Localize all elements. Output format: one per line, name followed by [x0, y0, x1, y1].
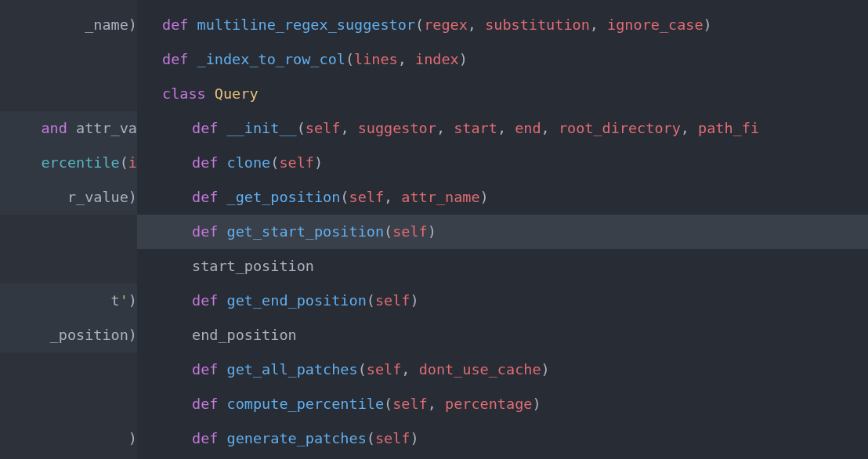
identifier: end_position	[192, 327, 297, 343]
left-paren: )	[128, 292, 137, 309]
param: self	[392, 223, 428, 240]
param: substitution	[485, 16, 590, 33]
paren-open: (	[270, 154, 279, 171]
keyword-def: def	[192, 292, 218, 309]
paren-close: )	[410, 292, 418, 309]
param: suggestor	[358, 120, 436, 136]
paren-open: (	[367, 430, 375, 446]
keyword-def: def	[192, 396, 218, 412]
left-row: ercentile(i	[0, 146, 137, 180]
outline-item[interactable]: def generate_patches(self)	[137, 421, 868, 456]
editor-left-pane: _name) and attr_va ercentile(i r_value) …	[0, 0, 137, 459]
code-outline-pane[interactable]: def multiline_regex_suggestor(regex, sub…	[137, 0, 868, 459]
paren-close: )	[703, 16, 712, 33]
paren-open: (	[358, 361, 367, 378]
function-name: clone	[227, 154, 271, 171]
function-name: _get_position	[227, 189, 341, 205]
param: end	[515, 120, 541, 136]
comma: ,	[401, 361, 418, 378]
paren-open: (	[345, 51, 354, 67]
outline-item[interactable]: def __init__(self, suggestor, start, end…	[137, 111, 868, 146]
paren-close: )	[480, 189, 489, 205]
function-name: multiline_regex_suggestor	[197, 16, 415, 33]
left-text: attr_va	[67, 120, 137, 136]
left-row-empty	[0, 215, 137, 249]
paren-open: (	[384, 396, 392, 412]
param: self	[279, 154, 314, 171]
left-row-empty	[0, 42, 137, 77]
param: dont_use_cache	[419, 361, 541, 378]
left-row-empty	[0, 77, 137, 111]
left-fn: ercentile	[41, 154, 119, 171]
keyword-def: def	[192, 223, 218, 240]
outline-item[interactable]: start_position	[137, 249, 868, 284]
paren-open: (	[415, 16, 424, 33]
function-name: _index_to_row_col	[197, 51, 345, 67]
param: lines	[354, 51, 398, 67]
keyword-def: def	[192, 120, 218, 136]
outline-item[interactable]: class Query	[137, 77, 868, 111]
left-kw: and	[41, 120, 67, 136]
left-row: _position)	[0, 318, 137, 352]
param: path_fi	[698, 120, 759, 136]
paren-open: (	[384, 223, 392, 240]
left-paren: )	[128, 327, 137, 343]
comma: ,	[590, 16, 607, 33]
left-text: _position	[50, 327, 128, 343]
keyword-def: def	[192, 430, 218, 446]
left-row: t')	[0, 284, 137, 318]
param: self	[375, 292, 410, 309]
paren-close: )	[428, 223, 436, 240]
param: index	[415, 51, 459, 67]
left-row-empty	[0, 352, 137, 387]
keyword-def: def	[192, 361, 218, 378]
outline-item[interactable]: def get_start_position(self)	[137, 215, 868, 249]
outline-item[interactable]: end_position	[137, 318, 868, 352]
left-text: t	[111, 292, 120, 309]
function-name: compute_percentile	[227, 396, 384, 412]
class-name: Query	[215, 85, 259, 102]
param: self	[349, 189, 385, 205]
left-row: _name)	[0, 8, 137, 42]
paren-open: (	[340, 189, 349, 205]
outline-item[interactable]: def multiline_regex_suggestor(regex, sub…	[137, 8, 868, 42]
left-row: and attr_va	[0, 111, 137, 146]
function-name: generate_patches	[227, 430, 367, 446]
outline-item[interactable]: def get_all_patches(self, dont_use_cache…	[137, 352, 868, 387]
comma: ,	[681, 120, 698, 136]
outline-item[interactable]: def compute_percentile(self, percentage)	[137, 387, 868, 421]
outline-item[interactable]: def _index_to_row_col(lines, index)	[137, 42, 868, 77]
left-paren: )	[128, 16, 137, 33]
param: attr_name	[401, 189, 479, 205]
keyword-def: def	[162, 51, 188, 67]
keyword-def: def	[162, 16, 188, 33]
left-arg: i	[128, 154, 137, 171]
comma: ,	[541, 120, 559, 136]
param: ignore_case	[607, 16, 703, 33]
paren-close: )	[459, 51, 468, 67]
comma: ,	[497, 120, 515, 136]
outline-item[interactable]: def get_end_position(self)	[137, 284, 868, 318]
param: regex	[424, 16, 468, 33]
comma: ,	[436, 120, 454, 136]
param: root_directory	[559, 120, 681, 136]
outline-item[interactable]: def _get_position(self, attr_name)	[137, 180, 868, 215]
left-paren: (	[120, 154, 128, 171]
paren-close: )	[314, 154, 323, 171]
keyword-def: def	[192, 189, 218, 205]
param: self	[375, 430, 410, 446]
param: percentage	[445, 396, 532, 412]
comma: ,	[398, 51, 415, 67]
outline-item[interactable]: def clone(self)	[137, 146, 868, 180]
left-paren: )	[128, 189, 137, 205]
function-name: get_start_position	[227, 223, 384, 240]
comma: ,	[340, 120, 357, 136]
param: start	[454, 120, 497, 136]
left-row-empty	[0, 249, 137, 284]
left-text: _name	[85, 16, 128, 33]
paren-close: )	[410, 430, 418, 446]
left-row-empty	[0, 387, 137, 421]
paren-close: )	[532, 396, 541, 412]
left-row: r_value)	[0, 180, 137, 215]
left-str: '	[120, 292, 128, 309]
